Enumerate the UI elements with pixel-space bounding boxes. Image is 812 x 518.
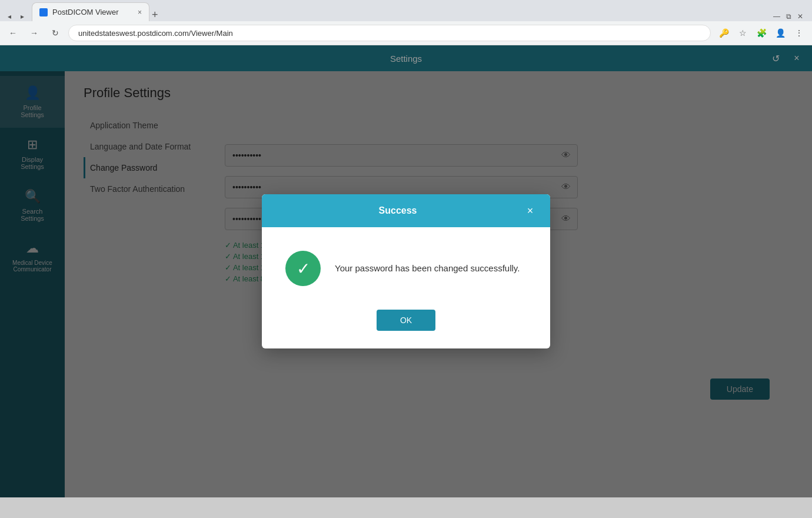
browser-window-controls[interactable]: ◂ ▸ — [5, 12, 27, 21]
new-tab-btn[interactable]: + — [152, 9, 158, 21]
modal-header: Success × — [262, 194, 550, 227]
tab-close-btn[interactable]: × — [138, 8, 142, 16]
browser-chrome: ◂ ▸ PostDICOM Viewer × + — ⧉ ✕ ← → ↻ 🔑 ☆… — [0, 0, 812, 45]
password-manager-btn[interactable]: 🔑 — [716, 25, 732, 41]
address-bar: ← → ↻ 🔑 ☆ 🧩 👤 ⋮ — [0, 21, 812, 45]
tab-favicon — [39, 8, 48, 16]
success-modal: Success × ✓ Your password has been chang… — [262, 194, 550, 348]
nav-reload-btn[interactable]: ↻ — [47, 25, 64, 41]
menu-btn[interactable]: ⋮ — [791, 25, 807, 41]
nav-forward-btn[interactable]: → — [26, 25, 42, 41]
modal-footer: OK — [262, 304, 550, 348]
modal-title: Success — [274, 205, 522, 216]
extensions-btn[interactable]: 🧩 — [753, 25, 770, 41]
modal-close-btn[interactable]: × — [522, 202, 538, 219]
nav-back-btn[interactable]: ← — [5, 25, 21, 41]
browser-actions: 🔑 ☆ 🧩 👤 ⋮ — [716, 25, 807, 41]
tab-title: PostDICOM Viewer — [52, 8, 118, 16]
modal-body: ✓ Your password has been changed success… — [262, 227, 550, 304]
success-icon: ✓ — [285, 251, 321, 286]
minimize-btn[interactable]: — — [772, 12, 781, 21]
checkmark-icon: ✓ — [297, 259, 310, 278]
restore-btn[interactable]: ⧉ — [784, 12, 793, 21]
modal-overlay: Success × ✓ Your password has been chang… — [0, 45, 812, 497]
window-close-btn[interactable]: ✕ — [796, 12, 805, 21]
tab-bar: ◂ ▸ PostDICOM Viewer × + — ⧉ ✕ — [0, 0, 812, 21]
forward-btn[interactable]: ▸ — [18, 12, 27, 21]
browser-tab[interactable]: PostDICOM Viewer × — [32, 2, 149, 21]
modal-message: Your password has been changed successfu… — [335, 262, 520, 275]
back-btn[interactable]: ◂ — [5, 12, 14, 21]
app-container: Settings ↺ × 👤 ProfileSettings ⊞ Display… — [0, 45, 812, 497]
profile-btn[interactable]: 👤 — [772, 25, 788, 41]
ok-btn[interactable]: OK — [377, 310, 435, 331]
bookmark-btn[interactable]: ☆ — [734, 25, 751, 41]
address-input[interactable] — [68, 25, 711, 41]
